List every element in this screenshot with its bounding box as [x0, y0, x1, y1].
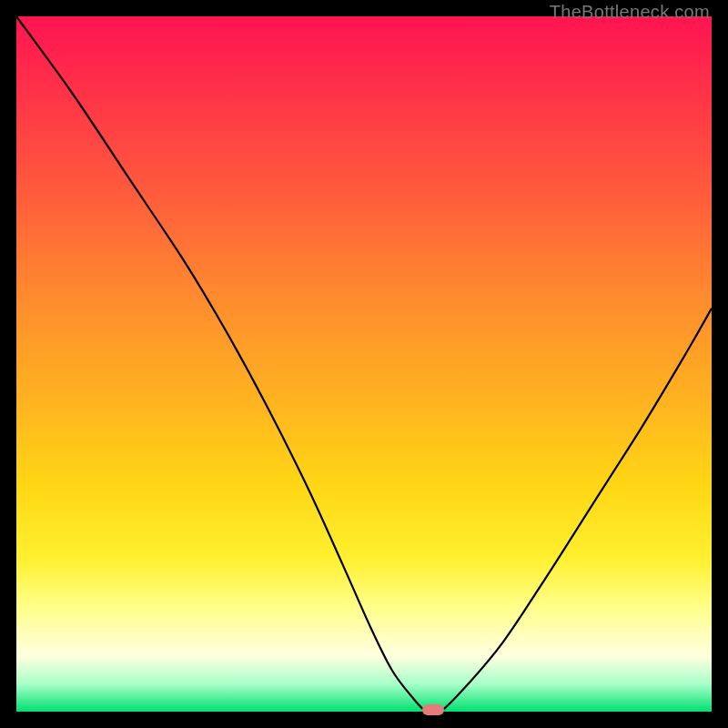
bottleneck-curve — [16, 16, 712, 714]
optimal-marker — [422, 704, 444, 715]
curve-layer — [16, 16, 712, 712]
attribution-text: TheBottleneck.com — [550, 2, 710, 23]
chart-frame: TheBottleneck.com — [0, 0, 728, 728]
